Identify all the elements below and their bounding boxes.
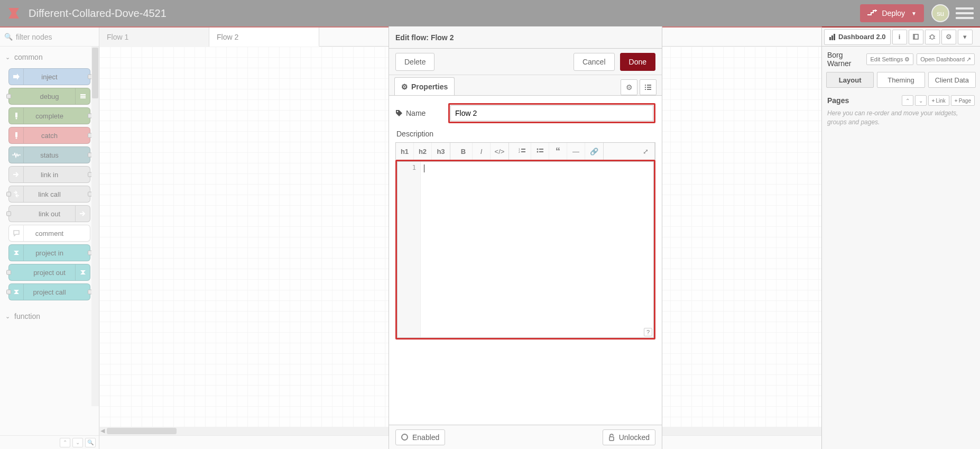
sidebar: Dashboard 2.0 i ⚙ ▾ Borg Warner Edit Set… [821,26,980,449]
palette-node-inject[interactable]: inject [8,68,90,85]
tab-label: Flow 1 [107,33,128,41]
tray-actions: Delete Cancel Done [389,49,662,75]
scroll-left-arrow-icon[interactable]: ◀ [100,427,105,434]
properties-tab[interactable]: ⚙ Properties [394,77,455,95]
svg-rect-23 [829,37,831,40]
md-quote-button[interactable]: “ [549,143,567,160]
main-menu-button[interactable] [956,4,974,22]
enabled-toggle[interactable]: Enabled [395,429,445,445]
list-view-button[interactable] [640,79,657,95]
expand-all-button[interactable]: ⌄ [915,95,927,106]
description-label: Description [396,130,655,138]
palette-node-comment[interactable]: comment [8,225,90,242]
description-editor[interactable]: 1 ? [397,161,654,338]
md-italic-button[interactable]: I [473,143,491,160]
svg-rect-11 [645,89,646,90]
sidebar-tab-debug[interactable] [925,30,940,44]
sidebar-tab-info[interactable]: i [892,30,907,44]
flow-tab-2[interactable]: Flow 2 [209,28,319,47]
sub-tab-theming[interactable]: Theming [877,72,924,88]
svg-point-20 [537,151,538,153]
palette-search[interactable]: 🔍 [0,28,99,47]
sidebar-project-row: Borg Warner Edit Settings ⚙ Open Dashboa… [822,47,980,72]
link-in-icon [9,167,24,182]
tab-label: Flow 2 [217,33,238,41]
palette-node-link-in[interactable]: link in [8,166,90,183]
flow-tab-1[interactable]: Flow 1 [99,28,209,47]
md-code-button[interactable]: </> [491,143,509,160]
editor-help-button[interactable]: ? [644,328,652,336]
sub-tab-layout[interactable]: Layout [826,72,874,88]
done-button[interactable]: Done [620,53,655,71]
palette-node-catch[interactable]: catch [8,127,90,144]
user-avatar[interactable]: su [931,4,949,22]
scrollbar-thumb[interactable] [92,48,98,98]
md-ol-button[interactable]: 12 [513,143,531,160]
palette-node-project-call[interactable]: project call [8,283,90,300]
palette-category-function[interactable]: ⌄ function [3,308,96,325]
sidebar-tab-help[interactable] [909,30,923,44]
line-number: 1 [397,164,416,171]
comment-icon [9,225,24,241]
palette-collapse-up-button[interactable]: ⌃ [60,438,70,447]
palette-toggle-button[interactable]: 🔍 [85,438,96,447]
gear-icon: ⚙ [904,56,910,63]
palette-node-complete[interactable]: complete [8,107,90,124]
svg-line-28 [929,36,930,36]
text-cursor [424,164,424,172]
svg-line-29 [934,36,935,36]
palette-search-input[interactable] [16,33,95,41]
label-text: Name [406,109,426,117]
node-label: inject [41,73,57,81]
edit-settings-button[interactable]: Edit Settings ⚙ [866,53,913,65]
svg-rect-2 [80,97,86,98]
palette-node-debug[interactable]: debug [8,88,90,105]
md-h1-button[interactable]: h1 [396,143,414,160]
btn-label: Open Dashboard [920,56,965,62]
palette-node-project-out[interactable]: project out [8,264,90,281]
cancel-button[interactable]: Cancel [574,53,615,71]
app-header: Different-Collared-Dove-4521 Deploy ▼ su [0,0,980,26]
md-ul-button[interactable] [531,143,549,160]
palette-body: ⌄ common inject debug complete catch [0,47,99,435]
palette-node-link-out[interactable]: link out [8,205,90,222]
open-dashboard-button[interactable]: Open Dashboard ↗ [917,53,975,65]
md-bold-button[interactable]: B [455,143,473,160]
add-page-button[interactable]: + Page [951,95,975,106]
chevron-down-icon: ⌄ [5,54,10,61]
sidebar-tab-dashboard[interactable]: Dashboard 2.0 [824,29,891,45]
md-hr-button[interactable]: — [567,143,585,160]
palette-footer: ⌃ ⌄ 🔍 [0,435,99,449]
sub-tab-client-data[interactable]: Client Data [928,72,976,88]
palette-node-project-in[interactable]: project in [8,244,90,261]
btn-label: Edit Settings [870,56,903,62]
sidebar-tab-config[interactable]: ⚙ [941,30,956,44]
gear-icon: ⚙ [401,83,408,91]
palette-scrollbar[interactable] [91,47,99,406]
delete-button[interactable]: Delete [395,53,434,71]
md-link-button[interactable]: 🔗 [585,143,603,160]
collapse-all-button[interactable]: ⌃ [902,95,913,106]
complete-icon [9,108,24,124]
svg-rect-10 [647,87,651,88]
md-h3-button[interactable]: h3 [432,143,450,160]
scrollbar-thumb[interactable] [107,428,177,434]
svg-rect-9 [645,87,646,88]
flow-name-input[interactable] [450,105,653,121]
md-expand-button[interactable]: ⤢ [636,143,654,160]
locked-toggle[interactable]: Unlocked [603,429,655,445]
palette-node-link-call[interactable]: link call [8,186,90,203]
tray-footer: Enabled Unlocked [389,425,662,449]
palette-node-status[interactable]: status [8,146,90,163]
env-vars-button[interactable]: ⚙ [621,79,637,95]
link-call-icon [9,186,24,202]
md-h2-button[interactable]: h2 [414,143,432,160]
project-out-icon [75,264,90,280]
palette-category-common[interactable]: ⌄ common [3,49,96,66]
deploy-button[interactable]: Deploy ▼ [860,4,924,22]
input-port [6,290,11,295]
add-link-button[interactable]: + Link [928,95,949,106]
editor-content[interactable] [421,162,653,337]
palette-collapse-down-button[interactable]: ⌄ [72,438,83,447]
sidebar-tab-more[interactable]: ▾ [958,30,973,44]
